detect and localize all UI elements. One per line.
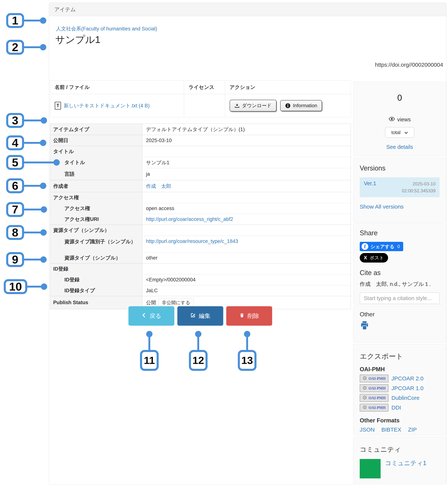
metadata-row-resource-type: 資源タイプ（シンプル） other — [50, 252, 351, 263]
file-row: T 新しいテキストドキュメント.txt (4 B) ダウンロード Informa… — [50, 94, 351, 117]
callout-dot — [40, 140, 46, 146]
callout-number: 10 — [4, 279, 27, 294]
doi-text: https://doi.org//0002000004 — [375, 62, 443, 68]
file-link[interactable]: 新しいテキストドキュメント.txt (4 B) — [64, 102, 150, 109]
x-icon: X — [364, 255, 367, 261]
export-row-jpcoar1: OAI-PMH JPCOAR 1.0 — [360, 384, 440, 392]
export-link-zip[interactable]: ZIP — [408, 427, 417, 433]
metadata-group-id-registration: ID登録 — [50, 263, 351, 274]
download-button[interactable]: ダウンロード — [230, 100, 276, 112]
callout-3: 3 — [6, 113, 47, 128]
community-card: コミュニティ コミュニティ1 — [353, 437, 446, 483]
callout-dot — [40, 183, 46, 189]
version-row[interactable]: Ver.1 2025-03-10 02:00:52.345339 — [360, 177, 440, 197]
export-link-bibtex[interactable]: BIBTEX — [381, 427, 401, 433]
make-private-button[interactable]: 非公開にする — [159, 298, 193, 307]
file-table-header-name: 名前 / ファイル — [50, 80, 184, 94]
community-heading: コミュニティ — [360, 445, 440, 454]
show-all-versions-link[interactable]: Show All versions — [360, 203, 404, 210]
delete-button[interactable]: 削除 — [226, 306, 272, 326]
views-range-select[interactable]: total — [385, 127, 414, 138]
callout-9: 9 — [6, 252, 47, 267]
creator-link[interactable]: 作成 太郎 — [146, 183, 171, 189]
callout-number: 3 — [6, 113, 24, 128]
metadata-row-access-rights: アクセス権 open access — [50, 203, 351, 214]
info-icon — [285, 103, 291, 108]
oai-pmh-badge[interactable]: OAI-PMH — [360, 384, 388, 392]
information-button[interactable]: Information — [280, 100, 322, 111]
export-link-json[interactable]: JSON — [360, 427, 375, 433]
callout-number: 1 — [6, 13, 24, 28]
export-link-jpcoar1[interactable]: JPCOAR 1.0 — [392, 385, 424, 391]
oai-pmh-badge[interactable]: OAI-PMH — [360, 404, 388, 412]
callout-dot — [40, 229, 47, 236]
see-details-link[interactable]: See details — [386, 144, 413, 150]
cite-as-heading: Cite as — [360, 269, 440, 277]
callout-8: 8 — [6, 225, 47, 240]
callout-2: 2 — [6, 40, 46, 55]
download-label: ダウンロード — [242, 102, 272, 109]
back-button[interactable]: 戻る — [128, 306, 174, 326]
panel-title: アイテム — [54, 6, 76, 13]
other-card: Other — [353, 306, 446, 342]
metadata-group-resource-type: 資源タイプ（シンプル） — [50, 225, 351, 236]
callout-7: 7 — [6, 202, 47, 217]
chevron-left-icon — [142, 312, 146, 319]
item-detail-page: アイテム 人文社会系(Faculty of humanities and Soc… — [0, 0, 448, 487]
callout-number: 13 — [238, 350, 256, 371]
resource-type-identifier-link[interactable]: http://purl.org/coar/resource_type/c_184… — [146, 238, 238, 244]
print-button[interactable] — [360, 321, 369, 330]
file-table-header-license: ライセンス — [184, 80, 225, 94]
version-link[interactable]: Ver.1 — [364, 180, 376, 187]
citation-style-input[interactable] — [360, 292, 440, 304]
export-heading: エクスポート — [360, 352, 440, 361]
breadcrumb-index-link[interactable]: 人文社会系(Faculty of humanities and Social) — [56, 25, 157, 32]
export-link-dublincore[interactable]: DublinCore — [392, 395, 419, 401]
text-file-icon: T — [55, 102, 61, 110]
other-heading: Other — [360, 311, 440, 318]
metadata-row-language: 言語 ja — [50, 168, 351, 180]
export-card: エクスポート OAI-PMH OAI-PMH JPCOAR 2.0 OAI-PM… — [353, 344, 446, 435]
callout-dot — [40, 17, 46, 24]
export-link-ddi[interactable]: DDI — [392, 405, 401, 411]
file-table: 名前 / ファイル ライセンス アクション T 新しいテキストドキュメント.tx… — [50, 80, 351, 117]
metadata-row-title: タイトル サンプル1 — [50, 157, 351, 168]
versions-card: Versions Ver.1 2025-03-10 02:00:52.34533… — [353, 158, 446, 222]
back-label: 戻る — [150, 312, 161, 320]
metadata-row-id-registration: ID登録 <Empty>/0002000004 — [50, 274, 351, 285]
oai-pmh-badge[interactable]: OAI-PMH — [360, 374, 388, 382]
community-link[interactable]: コミュニティ1 — [385, 459, 426, 467]
callout-number: 7 — [6, 202, 24, 217]
callout-1: 1 — [6, 13, 46, 28]
callout-number: 8 — [6, 225, 24, 240]
other-formats-heading: Other Formats — [360, 417, 440, 424]
callout-13: 13 — [238, 331, 256, 371]
edit-button[interactable]: 編集 — [177, 306, 223, 326]
file-license-cell — [184, 94, 225, 117]
printer-icon — [360, 327, 369, 330]
facebook-share-count: 0 — [397, 244, 400, 249]
access-rights-uri-link[interactable]: http://purl.org/coar/access_right/c_abf2 — [146, 216, 233, 222]
edit-icon — [190, 312, 196, 319]
views-count: 0 — [360, 93, 440, 103]
item-title: サンプル1 — [55, 33, 100, 46]
facebook-share-label: シェアする — [370, 244, 394, 250]
metadata-row-creator: 作成者 作成 太郎 — [50, 180, 351, 192]
callout-number: 4 — [6, 135, 24, 150]
download-icon — [234, 103, 240, 108]
metadata-row-item-type: アイテムタイプ デフォルトアイテムタイプ（シンプル）(1) — [50, 124, 351, 135]
callout-6: 6 — [6, 178, 46, 193]
metadata-row-access-rights-uri: アクセス権URI http://purl.org/coar/access_rig… — [50, 214, 351, 225]
oai-pmh-heading: OAI-PMH — [360, 366, 440, 373]
callout-5: 5 — [6, 155, 60, 170]
file-table-header-action: アクション — [225, 80, 351, 94]
export-row-dublincore: OAI-PMH DublinCore — [360, 394, 440, 402]
x-post-button[interactable]: X ポスト — [360, 253, 388, 263]
export-link-jpcoar2[interactable]: JPCOAR 2.0 — [392, 375, 424, 382]
views-card: 0 views total See details — [353, 81, 446, 156]
gear-icon — [362, 395, 367, 401]
facebook-share-button[interactable]: f シェアする 0 — [360, 242, 403, 251]
callout-4: 4 — [6, 135, 46, 150]
oai-pmh-badge[interactable]: OAI-PMH — [360, 394, 388, 402]
export-row-ddi: OAI-PMH DDI — [360, 404, 440, 412]
